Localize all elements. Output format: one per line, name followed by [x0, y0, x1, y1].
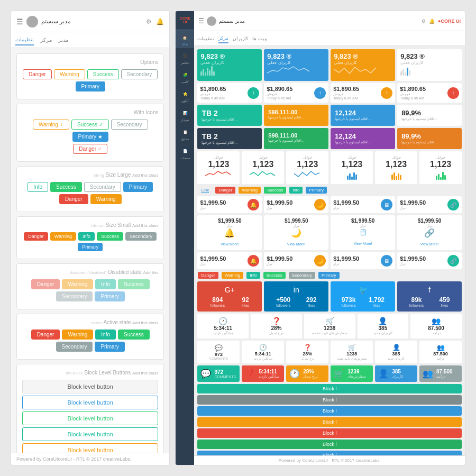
progress-time-value: 5:34:11	[214, 325, 232, 331]
btn-warning-act[interactable]: Warning	[62, 329, 93, 340]
btn-success-act[interactable]: Success	[118, 329, 150, 340]
hamburger-icon[interactable]: ☰	[16, 17, 23, 26]
r-success-btn-1[interactable]: Success	[264, 187, 286, 194]
right-tab-settings[interactable]: تنظیمات	[197, 34, 214, 43]
r-primary-btn-1[interactable]: Primary	[306, 187, 327, 194]
block-btn-default[interactable]: Block level button	[22, 380, 158, 393]
btn-info-sm[interactable]: Info	[78, 232, 95, 241]
btn-info-dis[interactable]: Info	[95, 279, 116, 289]
r-success-btn-2[interactable]: Success	[263, 272, 286, 279]
r-primary-btn-2[interactable]: Primary	[318, 272, 340, 279]
right-hamburger-icon[interactable]: ☰	[198, 17, 204, 25]
r-link-btn[interactable]: Link	[198, 187, 212, 194]
btn-danger-dis[interactable]: Danger	[31, 279, 60, 289]
count-card-6: جوابل 1,123	[419, 151, 462, 184]
progress-card-users: 👤 385 کاربران جدید	[358, 314, 409, 338]
sidebar-logo: COREUI	[179, 15, 191, 25]
bell-icon[interactable]: 🔔	[156, 18, 164, 25]
left-tab-settings[interactable]: تنظیمات	[15, 34, 34, 45]
r-secondary-btn-2[interactable]: Secondary	[289, 272, 315, 279]
right-block-gray[interactable]: Block l	[197, 395, 462, 405]
btn-primary-icon[interactable]: Primary ★	[72, 132, 108, 142]
btn-secondary-lg[interactable]: Secondary	[84, 182, 121, 192]
right-block-green[interactable]: Block l	[197, 440, 462, 449]
btn-warning-icon[interactable]: Warning ♀	[33, 120, 69, 130]
right-bell-icon[interactable]: 🔔	[429, 19, 435, 24]
btn-warning-lg[interactable]: Warning	[90, 194, 122, 204]
pvm-icon-1: 🔔	[200, 228, 259, 238]
left-tab-center[interactable]: مرکز	[40, 35, 52, 45]
btn-info-act[interactable]: Info	[95, 329, 116, 340]
r-danger-btn-1[interactable]: Danger	[215, 187, 235, 194]
btn-warning-sm[interactable]: Warning	[50, 232, 76, 241]
view-more-btn-3[interactable]: View More!	[354, 242, 372, 245]
right-tab-center[interactable]: مرکز	[218, 34, 228, 43]
r-warning-btn-2[interactable]: Warning	[222, 272, 244, 279]
progress-card-2-revenue: 👥 87.500 درآمد	[419, 341, 462, 363]
sidebar-item-tables[interactable]: 📋 جداول	[176, 124, 194, 143]
p2-label-6: درآمد	[437, 356, 444, 360]
r-danger-btn-2[interactable]: Danger	[198, 272, 218, 279]
btn-secondary-icon[interactable]: Secondary	[111, 120, 148, 130]
btn-primary-lg[interactable]: Primary	[123, 182, 153, 192]
sidebar-item-charts[interactable]: 📊 نمودار	[176, 105, 194, 124]
btn-danger-sm[interactable]: Danger	[24, 232, 48, 241]
btn-secondary-sm[interactable]: Secondary	[125, 232, 157, 241]
r-info-btn-2[interactable]: Info	[246, 272, 260, 279]
btn-warning-dis[interactable]: Warning	[62, 279, 93, 289]
btn-success-icon[interactable]: Success ✓	[71, 120, 109, 130]
block-btn-primary[interactable]: Block level button	[22, 396, 158, 409]
btn-success-sm[interactable]: Success	[97, 232, 123, 241]
btn-primary[interactable]: Primary	[76, 81, 105, 91]
btn-info-lg[interactable]: Info	[28, 182, 48, 192]
sidebar-item-icons[interactable]: ⭐ آیکون	[176, 86, 194, 105]
price-value-1: $1,890.65	[200, 86, 226, 92]
block-btn-info[interactable]: Block level button	[22, 427, 158, 441]
cic-value-1: 972	[214, 369, 236, 375]
info-green-label: اقلام لیستوم یا خرجیها...	[268, 139, 324, 143]
btn-primary-act[interactable]: Primary	[95, 342, 124, 352]
right-tab-webparts[interactable]: وبت ها	[252, 34, 267, 43]
pic3-i2: 🌙	[314, 255, 326, 267]
btn-primary-dis[interactable]: Primary	[95, 291, 124, 301]
left-tab-manager[interactable]: مدیر	[58, 35, 68, 45]
btn-success-outline[interactable]: Success	[87, 69, 119, 79]
r-warning-btn-1[interactable]: Warning	[239, 187, 261, 194]
btn-success-lg[interactable]: Success	[50, 182, 82, 192]
block-btn-success[interactable]: Block level button	[22, 411, 158, 425]
sidebar-item-elements[interactable]: ⬛ عناصر	[176, 48, 194, 67]
btn-danger-act[interactable]: Danger	[31, 329, 60, 340]
sidebar-item-pages[interactable]: 📄 صفحات	[176, 143, 194, 162]
btn-secondary-act[interactable]: Secondary	[56, 342, 93, 352]
sidebar-item-components[interactable]: 🧩 کامپ	[176, 67, 194, 86]
right-block-blue-2[interactable]: Block l	[197, 451, 462, 455]
btn-danger-outline[interactable]: Danger	[23, 69, 52, 79]
facebook-count-1: 89k	[409, 296, 424, 304]
view-more-btn-2[interactable]: View More!	[287, 242, 306, 246]
right-block-red[interactable]: Block l	[197, 428, 462, 438]
right-block-teal[interactable]: Block l	[197, 384, 462, 393]
btn-danger-icon[interactable]: Danger ♂	[73, 144, 107, 154]
info-value-4: 89,9%	[401, 109, 457, 117]
small-buttons: Danger Warning Info Success Secondary Pr…	[22, 232, 158, 251]
view-more-btn-4[interactable]: View More!	[420, 242, 439, 246]
btn-success-dis[interactable]: Success	[118, 279, 150, 289]
btn-warning-outline[interactable]: Warning	[54, 69, 85, 79]
r-info-btn-1[interactable]: Info	[289, 187, 303, 194]
right-tabs-bar: تنظیمات مرکز کاربران وبت ها	[194, 31, 465, 46]
sidebar-item-center[interactable]: 🏠 مرکز	[176, 29, 194, 48]
info-label-4: اقلام لیستوم یا خرجیها...	[401, 117, 457, 121]
right-tab-users[interactable]: کاربران	[233, 34, 248, 43]
right-header-right: ⚙ 🔔 ●CORE UI	[422, 19, 461, 24]
view-more-btn-1[interactable]: View More!	[221, 242, 239, 246]
count-chart-2	[250, 169, 276, 178]
right-block-blue[interactable]: Block l	[197, 406, 462, 416]
right-block-yellow[interactable]: Block l	[197, 417, 462, 427]
btn-danger-lg[interactable]: Danger	[59, 194, 88, 204]
gear-icon[interactable]: ⚙	[146, 18, 152, 25]
btn-primary-sm[interactable]: Primary	[78, 243, 103, 251]
btn-secondary-dis[interactable]: Secondary	[56, 291, 93, 301]
right-gear-icon[interactable]: ⚙	[422, 19, 426, 24]
btn-secondary-outline[interactable]: Secondary	[121, 69, 158, 79]
block-btn-warning[interactable]: Block level button	[22, 443, 158, 453]
